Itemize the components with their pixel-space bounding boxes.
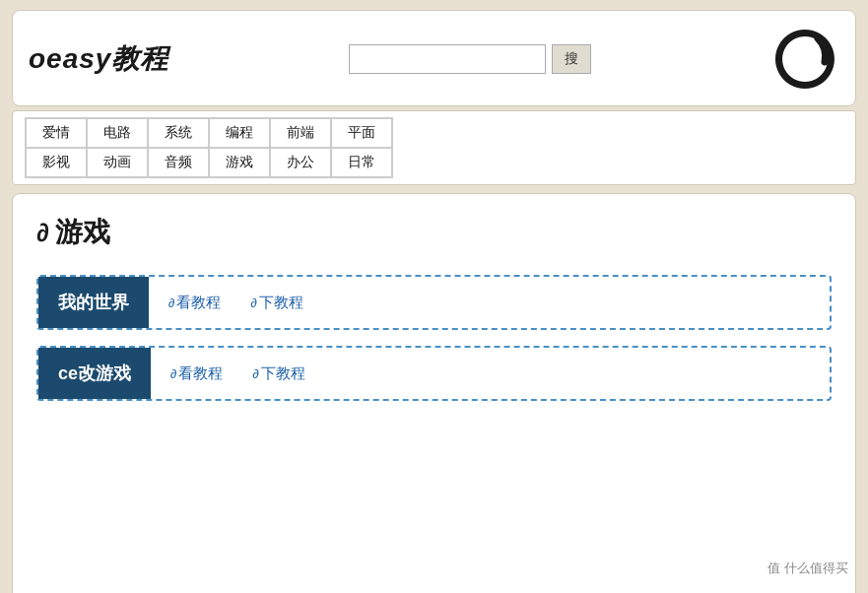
minecraft-watch-link[interactable]: ∂ 看教程 — [168, 294, 221, 312]
page-title-text: 游戏 — [55, 214, 110, 251]
nav-item-xitong[interactable]: 系统 — [148, 118, 209, 148]
nav-item-richang[interactable]: 日常 — [331, 148, 392, 177]
watch-icon-2: ∂ — [170, 366, 176, 381]
nav-item-pingmian[interactable]: 平面 — [331, 118, 392, 148]
watch-icon-1: ∂ — [168, 296, 174, 310]
download-icon-1: ∂ — [250, 296, 256, 310]
ce-download-label: 下教程 — [261, 364, 305, 383]
minecraft-watch-label: 看教程 — [176, 294, 221, 312]
minecraft-download-label: 下教程 — [259, 294, 303, 312]
watermark-icon: 值 — [768, 560, 780, 577]
category-label-minecraft[interactable]: 我的世界 — [38, 277, 149, 328]
logo-icon — [770, 25, 839, 94]
page-title-icon: ∂ — [36, 218, 49, 248]
nav-item-aiqing[interactable]: 爱情 — [26, 118, 87, 148]
minecraft-download-link[interactable]: ∂ 下教程 — [250, 294, 302, 312]
watermark: 值 什么值得买 — [768, 560, 848, 577]
nav-item-dianlu[interactable]: 电路 — [87, 118, 148, 148]
watermark-text: 什么值得买 — [784, 560, 848, 577]
nav-item-yinpin[interactable]: 音频 — [148, 148, 209, 177]
nav-item-yingshi[interactable]: 影视 — [26, 148, 87, 177]
category-links-ce: ∂ 看教程 ∂ 下教程 — [151, 351, 830, 397]
ce-download-link[interactable]: ∂ 下教程 — [252, 364, 304, 383]
nav-item-donghua[interactable]: 动画 — [87, 148, 148, 177]
site-title: oeasy教程 — [29, 40, 168, 78]
category-links-minecraft: ∂ 看教程 ∂ 下教程 — [149, 280, 830, 326]
main-card: ∂ 游戏 我的世界 ∂ 看教程 ∂ 下教程 ce改游戏 ∂ 看教程 ∂ 下教程 — [12, 193, 856, 593]
category-label-ce[interactable]: ce改游戏 — [38, 348, 151, 399]
page-title: ∂ 游戏 — [36, 214, 832, 251]
search-button[interactable]: 搜 — [552, 44, 591, 74]
nav-item-qianduan[interactable]: 前端 — [270, 118, 331, 148]
header-card: oeasy教程 搜 — [12, 10, 856, 106]
category-row-minecraft: 我的世界 ∂ 看教程 ∂ 下教程 — [36, 275, 832, 330]
download-icon-2: ∂ — [252, 366, 258, 381]
ce-watch-label: 看教程 — [178, 364, 223, 383]
nav-item-youxi[interactable]: 游戏 — [209, 148, 270, 177]
ce-watch-link[interactable]: ∂ 看教程 — [170, 364, 223, 383]
nav-item-biancheng[interactable]: 编程 — [209, 118, 270, 148]
search-area: 搜 — [188, 44, 751, 74]
category-row-ce: ce改游戏 ∂ 看教程 ∂ 下教程 — [36, 346, 832, 401]
nav-grid: 爱情 电路 系统 编程 前端 平面 影视 动画 音频 游戏 办公 日常 — [25, 117, 393, 178]
nav-container: 爱情 电路 系统 编程 前端 平面 影视 动画 音频 游戏 办公 日常 — [12, 110, 856, 185]
search-input[interactable] — [349, 44, 546, 74]
nav-item-bangong[interactable]: 办公 — [270, 148, 331, 177]
